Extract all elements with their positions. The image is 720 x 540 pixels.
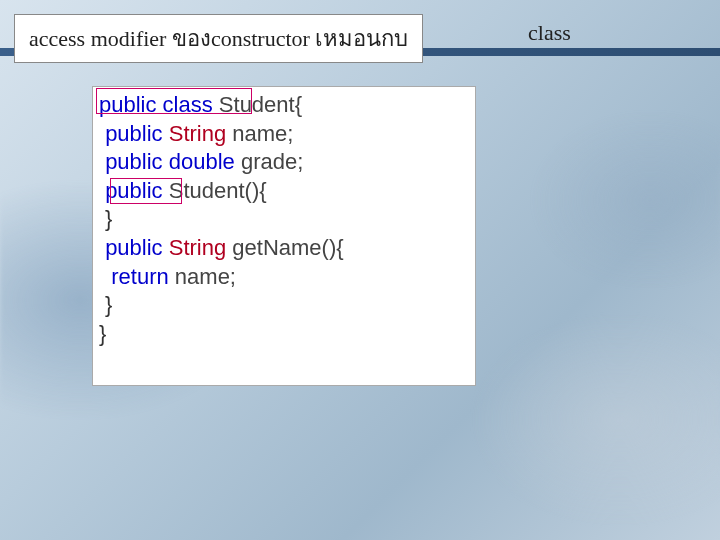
code-line-1: public class Student{ [99, 91, 469, 120]
code-line-2: public String name; [99, 120, 469, 149]
code-box: public class Student{ public String name… [92, 86, 476, 386]
code-line-6: public String getName(){ [99, 234, 469, 263]
class-label: class [528, 20, 571, 46]
code-line-3: public double grade; [99, 148, 469, 177]
title-box: access modifier ของconstructor เหมอนกบ [14, 14, 423, 63]
title-text: access modifier ของconstructor เหมอนกบ [29, 26, 408, 51]
code-line-5: } [99, 205, 469, 234]
code-line-9: } [99, 320, 469, 349]
code-line-7: return name; [99, 263, 469, 292]
code-line-4: public Student(){ [99, 177, 469, 206]
code-line-8: } [99, 291, 469, 320]
